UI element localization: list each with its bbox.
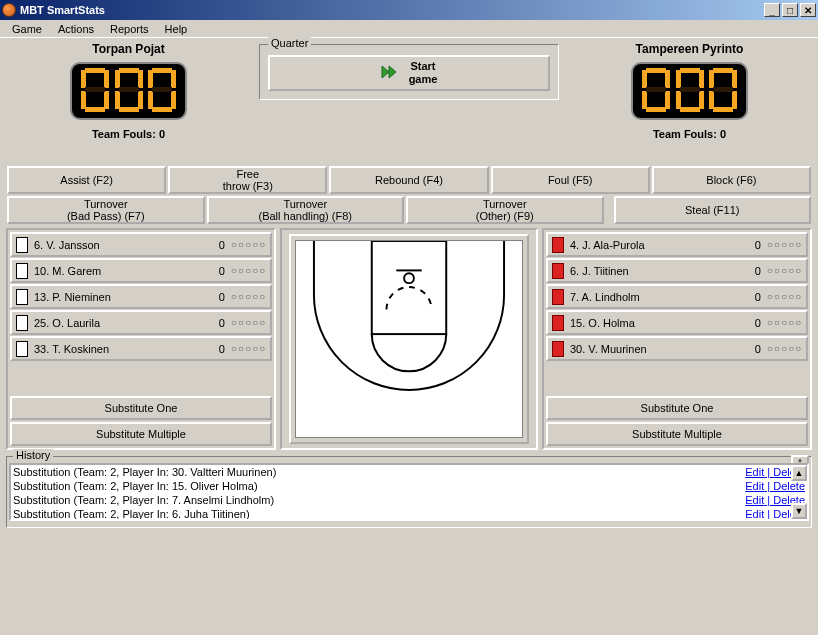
rebound-button[interactable]: Rebound (F4) bbox=[329, 166, 488, 194]
jersey-icon bbox=[552, 263, 564, 279]
titlebar: MBT SmartStats _ □ ✕ bbox=[0, 0, 818, 20]
menu-reports[interactable]: Reports bbox=[102, 22, 157, 36]
player-row[interactable]: 10. M. Garem0○○○○○ bbox=[10, 258, 272, 283]
maximize-button[interactable]: □ bbox=[782, 3, 798, 17]
player-row[interactable]: 13. P. Nieminen0○○○○○ bbox=[10, 284, 272, 309]
player-points: 0 bbox=[205, 239, 225, 251]
history-frame: History ↑ Substitution (Team: 2, Player … bbox=[6, 456, 812, 528]
foul-indicators: ○○○○○ bbox=[767, 343, 802, 354]
foul-indicators: ○○○○○ bbox=[767, 291, 802, 302]
foul-indicators: ○○○○○ bbox=[767, 317, 802, 328]
turnover-badpass-button[interactable]: Turnover (Bad Pass) (F7) bbox=[7, 196, 205, 224]
player-name: 15. O. Holma bbox=[570, 317, 741, 329]
foul-indicators: ○○○○○ bbox=[767, 265, 802, 276]
history-edit-link[interactable]: Edit bbox=[745, 466, 764, 478]
history-row: Substitution (Team: 2, Player In: 6. Juh… bbox=[13, 508, 805, 521]
team2-block: Tampereen Pyrinto Team Fouls: 0 bbox=[567, 42, 812, 140]
player-name: 4. J. Ala-Purola bbox=[570, 239, 741, 251]
foul-button[interactable]: Foul (F5) bbox=[491, 166, 650, 194]
foul-indicators: ○○○○○ bbox=[767, 239, 802, 250]
assist-button[interactable]: Assist (F2) bbox=[7, 166, 166, 194]
quarter-frame: Quarter Start game bbox=[259, 44, 559, 100]
player-row[interactable]: 25. O. Laurila0○○○○○ bbox=[10, 310, 272, 335]
jersey-icon bbox=[552, 289, 564, 305]
window-title: MBT SmartStats bbox=[20, 4, 762, 16]
team1-sub-multi-button[interactable]: Substitute Multiple bbox=[10, 422, 272, 446]
team1-sub-one-button[interactable]: Substitute One bbox=[10, 396, 272, 420]
team1-roster: 6. V. Jansson0○○○○○10. M. Garem0○○○○○13.… bbox=[6, 228, 276, 450]
steal-button[interactable]: Steal (F11) bbox=[614, 196, 812, 224]
team2-sub-one-button[interactable]: Substitute One bbox=[546, 396, 808, 420]
player-points: 0 bbox=[741, 291, 761, 303]
menubar: Game Actions Reports Help bbox=[0, 20, 818, 38]
foul-indicators: ○○○○○ bbox=[231, 317, 266, 328]
player-row[interactable]: 6. J. Tiitinen0○○○○○ bbox=[546, 258, 808, 283]
menu-actions[interactable]: Actions bbox=[50, 22, 102, 36]
jersey-icon bbox=[16, 263, 28, 279]
quarter-label: Quarter bbox=[268, 37, 311, 49]
history-row: Substitution (Team: 2, Player In: 30. Va… bbox=[13, 466, 805, 480]
foul-indicators: ○○○○○ bbox=[231, 239, 266, 250]
jersey-icon bbox=[552, 237, 564, 253]
foul-indicators: ○○○○○ bbox=[231, 265, 266, 276]
play-icon bbox=[381, 65, 399, 81]
player-name: 10. M. Garem bbox=[34, 265, 205, 277]
history-row: Substitution (Team: 2, Player In: 7. Ans… bbox=[13, 494, 805, 508]
court-diagram[interactable] bbox=[296, 241, 522, 437]
history-delete-link[interactable]: Delete bbox=[773, 480, 805, 492]
history-text: Substitution (Team: 2, Player In: 6. Juh… bbox=[13, 508, 250, 521]
history-edit-link[interactable]: Edit bbox=[745, 508, 764, 520]
scroll-up-button[interactable]: ▲ bbox=[791, 465, 807, 481]
history-text: Substitution (Team: 2, Player In: 7. Ans… bbox=[13, 494, 274, 508]
history-edit-link[interactable]: Edit bbox=[745, 494, 764, 506]
player-name: 13. P. Nieminen bbox=[34, 291, 205, 303]
close-button[interactable]: ✕ bbox=[800, 3, 816, 17]
menu-help[interactable]: Help bbox=[157, 22, 196, 36]
scroll-down-button[interactable]: ▼ bbox=[791, 503, 807, 519]
history-text: Substitution (Team: 2, Player In: 30. Va… bbox=[13, 466, 276, 480]
jersey-icon bbox=[552, 315, 564, 331]
player-name: 30. V. Muurinen bbox=[570, 343, 741, 355]
jersey-icon bbox=[16, 289, 28, 305]
player-row[interactable]: 6. V. Jansson0○○○○○ bbox=[10, 232, 272, 257]
team2-score bbox=[631, 62, 747, 120]
player-name: 6. J. Tiitinen bbox=[570, 265, 741, 277]
player-row[interactable]: 15. O. Holma0○○○○○ bbox=[546, 310, 808, 335]
minimize-button[interactable]: _ bbox=[764, 3, 780, 17]
player-points: 0 bbox=[205, 317, 225, 329]
player-points: 0 bbox=[741, 343, 761, 355]
player-row[interactable]: 33. T. Koskinen0○○○○○ bbox=[10, 336, 272, 361]
player-row[interactable]: 30. V. Muurinen0○○○○○ bbox=[546, 336, 808, 361]
player-name: 33. T. Koskinen bbox=[34, 343, 205, 355]
player-points: 0 bbox=[741, 265, 761, 277]
player-points: 0 bbox=[205, 291, 225, 303]
freethrow-button[interactable]: Free throw (F3) bbox=[168, 166, 327, 194]
turnover-other-button[interactable]: Turnover (Other) (F9) bbox=[406, 196, 604, 224]
start-game-label: Start game bbox=[409, 60, 438, 85]
team2-sub-multi-button[interactable]: Substitute Multiple bbox=[546, 422, 808, 446]
history-row: Substitution (Team: 2, Player In: 15. Ol… bbox=[13, 480, 805, 494]
block-button[interactable]: Block (F6) bbox=[652, 166, 811, 194]
team1-name: Torpan Pojat bbox=[6, 42, 251, 56]
player-points: 0 bbox=[741, 317, 761, 329]
history-edit-link[interactable]: Edit bbox=[745, 480, 764, 492]
foul-indicators: ○○○○○ bbox=[231, 343, 266, 354]
turnover-ballhandling-button[interactable]: Turnover (Ball handling) (F8) bbox=[207, 196, 405, 224]
player-name: 6. V. Jansson bbox=[34, 239, 205, 251]
jersey-icon bbox=[552, 341, 564, 357]
player-row[interactable]: 7. A. Lindholm0○○○○○ bbox=[546, 284, 808, 309]
history-label: History bbox=[13, 449, 53, 461]
history-text: Substitution (Team: 2, Player In: 15. Ol… bbox=[13, 480, 258, 494]
player-points: 0 bbox=[205, 343, 225, 355]
team2-fouls: Team Fouls: 0 bbox=[567, 128, 812, 140]
foul-indicators: ○○○○○ bbox=[231, 291, 266, 302]
player-points: 0 bbox=[741, 239, 761, 251]
menu-game[interactable]: Game bbox=[4, 22, 50, 36]
court-panel bbox=[280, 228, 538, 450]
start-game-button[interactable]: Start game bbox=[268, 55, 550, 91]
team2-roster: 4. J. Ala-Purola0○○○○○6. J. Tiitinen0○○○… bbox=[542, 228, 812, 450]
player-row[interactable]: 4. J. Ala-Purola0○○○○○ bbox=[546, 232, 808, 257]
team1-block: Torpan Pojat Team Fouls: 0 bbox=[6, 42, 251, 140]
jersey-icon bbox=[16, 237, 28, 253]
player-name: 7. A. Lindholm bbox=[570, 291, 741, 303]
